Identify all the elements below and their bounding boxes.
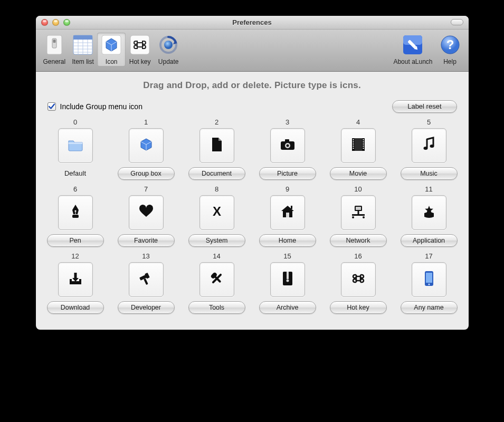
svg-rect-25	[69, 142, 82, 144]
toolbar-item-label: Help	[443, 58, 457, 65]
svg-rect-43	[363, 148, 364, 149]
icon-label-button[interactable]: Network	[330, 234, 387, 247]
svg-rect-37	[353, 146, 354, 147]
label-reset-button[interactable]: Label reset	[392, 100, 457, 113]
icon-cell: 13 Developer	[112, 252, 180, 314]
svg-point-72	[428, 283, 430, 285]
icon-cell: 10 Network	[324, 185, 393, 247]
icon-label-button[interactable]: Picture	[259, 167, 316, 180]
icon-well[interactable]	[129, 128, 164, 163]
toolbar-item-update[interactable]: Update	[154, 33, 183, 66]
icon-well[interactable]	[341, 128, 376, 163]
tools-icon	[210, 271, 224, 288]
icon-well[interactable]	[412, 195, 446, 230]
minimize-button[interactable]	[52, 19, 59, 26]
pen-icon	[70, 204, 81, 221]
svg-rect-61	[74, 273, 77, 278]
svg-rect-2	[53, 40, 55, 43]
icon-label-button[interactable]: Application	[401, 234, 458, 247]
icon-label-button[interactable]: Document	[188, 167, 245, 180]
cell-index: 5	[427, 118, 431, 126]
svg-rect-54	[357, 211, 359, 214]
svg-rect-53	[356, 207, 361, 210]
icon-well[interactable]	[341, 195, 376, 230]
icon-cell: 2 Document	[183, 118, 251, 180]
titlebar: Preferences	[36, 16, 469, 30]
icon-well[interactable]	[199, 128, 234, 163]
icon-well[interactable]	[58, 262, 93, 297]
cell-index: 13	[142, 252, 149, 260]
close-button[interactable]	[41, 19, 48, 26]
cell-index: 9	[286, 185, 289, 193]
icon-well[interactable]	[412, 262, 446, 297]
icon-label-button[interactable]: System	[188, 234, 245, 247]
svg-rect-68	[287, 272, 289, 279]
svg-point-31	[286, 145, 289, 147]
window-controls	[36, 19, 70, 26]
icon-label-button[interactable]: Any name	[401, 301, 458, 314]
svg-rect-42	[363, 146, 364, 147]
icon-label-button[interactable]: Tools	[188, 301, 245, 314]
instruction-text: Drag and Drop, add or delete. Picture ty…	[41, 80, 463, 91]
icon-well[interactable]	[270, 128, 305, 163]
icon-cell: 8 X System	[183, 185, 251, 247]
about-icon	[402, 34, 424, 56]
icon-label-button[interactable]: Archive	[259, 301, 316, 314]
toolbar-item-hot-key[interactable]: Hot key	[126, 33, 154, 66]
icon-label-button[interactable]: Home	[259, 234, 316, 247]
icon-label-button[interactable]: Developer	[118, 301, 175, 314]
icon-label: Default	[64, 167, 86, 180]
toolbar-item-item-list[interactable]: Item list	[69, 33, 97, 66]
network-icon	[351, 205, 366, 220]
icon-well[interactable]	[270, 195, 305, 230]
cell-index: 15	[283, 252, 291, 260]
include-group-checkbox[interactable]: Include Group menu icon	[47, 102, 142, 111]
icon-label-button[interactable]: Hot key	[330, 301, 387, 314]
toolbar-item-about[interactable]: About aLunch	[390, 33, 435, 66]
icon-label-button[interactable]: Group box	[118, 167, 175, 180]
svg-text:?: ?	[446, 37, 454, 52]
svg-rect-65	[144, 279, 148, 285]
icon-well[interactable]	[341, 262, 376, 297]
icon-label-button[interactable]: Download	[47, 301, 104, 314]
icon-cell: 17 Any name	[395, 252, 463, 314]
icon-label-button[interactable]: Pen	[47, 234, 104, 247]
command-icon	[351, 272, 365, 287]
svg-rect-59	[70, 279, 72, 282]
toolbar-item-icon[interactable]: Icon	[97, 33, 126, 66]
cell-index: 7	[144, 185, 148, 193]
svg-rect-60	[79, 279, 81, 282]
icon-well[interactable]	[129, 262, 164, 297]
svg-rect-39	[363, 139, 364, 140]
icon-label-button[interactable]: Music	[401, 167, 458, 180]
checkbox-label: Include Group menu icon	[60, 102, 142, 111]
toolbar-item-help[interactable]: ? Help	[436, 33, 464, 66]
svg-point-57	[363, 216, 365, 218]
toolbar-item-general[interactable]: General	[40, 33, 69, 66]
icon-well[interactable]	[270, 262, 305, 297]
zoom-button[interactable]	[63, 19, 70, 26]
svg-rect-15	[130, 35, 149, 54]
icon-well[interactable]	[199, 262, 234, 297]
icon-label-button[interactable]: Movie	[330, 167, 387, 180]
cell-index: 11	[425, 185, 432, 193]
preferences-window: Preferences General	[36, 16, 469, 330]
hammer-icon	[139, 271, 154, 288]
icon-well[interactable]: X	[199, 195, 234, 230]
cell-index: 8	[215, 185, 218, 193]
cube-icon	[139, 137, 154, 154]
icon-well[interactable]	[58, 128, 93, 163]
document-icon	[211, 137, 223, 154]
toolbar-toggle-button[interactable]	[451, 19, 463, 25]
icon-well[interactable]	[58, 195, 93, 230]
svg-rect-41	[363, 143, 364, 145]
toolbar: General Item list	[36, 30, 469, 72]
icon-well[interactable]	[129, 195, 164, 230]
icon-well[interactable]	[412, 128, 446, 163]
heart-icon	[139, 205, 154, 220]
svg-marker-62	[72, 278, 79, 282]
archive-icon	[282, 271, 293, 288]
checkbox-box	[47, 102, 56, 111]
window-title: Preferences	[36, 18, 469, 26]
icon-label-button[interactable]: Favorite	[118, 234, 175, 247]
